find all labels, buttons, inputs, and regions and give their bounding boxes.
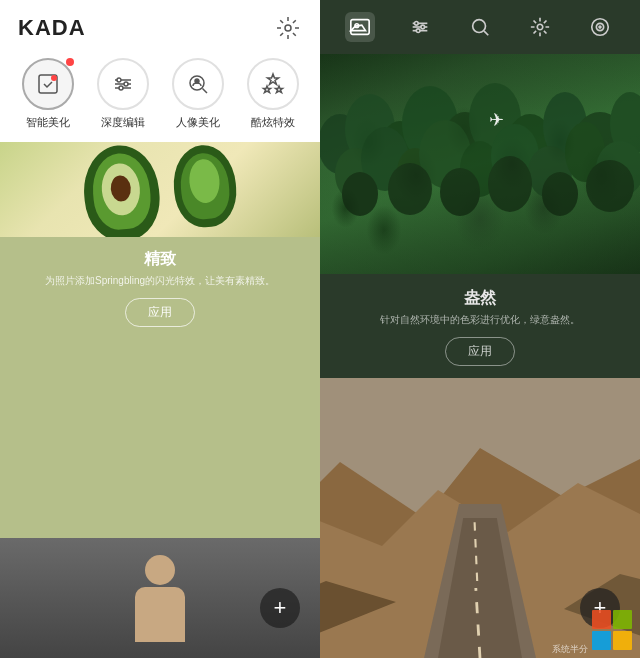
avocado-illustration (80, 142, 240, 237)
svg-point-0 (285, 25, 291, 31)
tools-row: 智能美化 深度编辑 (0, 52, 320, 142)
left-panel: KADA 智能美化 (0, 0, 320, 658)
svg-point-48 (488, 156, 532, 212)
svg-point-2 (51, 75, 57, 81)
airplane-icon: ✈ (489, 109, 504, 131)
svg-point-7 (124, 82, 128, 86)
app-logo: KADA (18, 15, 86, 41)
svg-point-22 (537, 24, 543, 30)
settings-icon[interactable] (274, 14, 302, 42)
person-figure (135, 555, 185, 642)
svg-point-25 (599, 26, 601, 28)
svg-point-47 (440, 168, 480, 216)
filter-title-angren: 盎然 (340, 288, 620, 309)
add-button-left[interactable]: + (260, 588, 300, 628)
filter-info-jingzhi: 精致 为照片添加Springbling的闪光特效，让美有素精致。 应用 (0, 237, 320, 337)
svg-point-17 (415, 22, 419, 26)
svg-point-45 (342, 172, 378, 216)
notification-dot (66, 58, 74, 66)
road-photo: + 系统半分 (320, 378, 640, 658)
filter-info-angren: 盎然 针对自然环境中的色彩进行优化，绿意盎然。 应用 (320, 274, 640, 378)
forest-svg (320, 54, 640, 274)
svg-line-21 (484, 31, 488, 35)
apply-button-angren[interactable]: 应用 (445, 337, 515, 366)
person-body (135, 587, 185, 642)
windows-yellow-square (613, 631, 632, 650)
target-icon[interactable] (585, 12, 615, 42)
windows-green-square (613, 610, 632, 629)
right-header (320, 0, 640, 54)
windows-red-square (592, 610, 611, 629)
deep-edit-icon-wrap (97, 58, 149, 110)
watermark-text: 系统半分 (552, 643, 588, 656)
svg-point-50 (586, 160, 634, 212)
svg-point-49 (542, 172, 578, 216)
avocado-half-open (80, 142, 163, 237)
windows-logo (592, 610, 632, 650)
filter-card-avocado: 精致 为照片添加Springbling的闪光特效，让美有素精致。 应用 (0, 142, 320, 538)
portrait-icon-wrap (172, 58, 224, 110)
svg-point-18 (421, 25, 425, 29)
svg-point-8 (119, 86, 123, 90)
left-header: KADA (0, 0, 320, 52)
smart-beautify-icon-wrap (22, 58, 74, 110)
svg-point-46 (388, 163, 432, 215)
smart-beautify-label: 智能美化 (26, 115, 70, 130)
photo-icon[interactable] (345, 12, 375, 42)
windows-blue-square (592, 631, 611, 650)
sparkle-icon[interactable] (525, 12, 555, 42)
avocado-half-closed (170, 142, 239, 229)
tool-deep-edit[interactable]: 深度编辑 (97, 58, 149, 130)
person-head (145, 555, 175, 585)
cool-effects-icon-wrap (247, 58, 299, 110)
svg-point-20 (473, 20, 486, 33)
apply-button-jingzhi[interactable]: 应用 (125, 298, 195, 327)
portrait-label: 人像美化 (176, 115, 220, 130)
tool-portrait[interactable]: 人像美化 (172, 58, 224, 130)
tool-smart-beautify[interactable]: 智能美化 (22, 58, 74, 130)
search-icon[interactable] (465, 12, 495, 42)
portrait-strip: + (0, 538, 320, 658)
svg-line-10 (202, 89, 207, 94)
svg-point-6 (117, 78, 121, 82)
tool-cool-effects[interactable]: 酷炫特效 (247, 58, 299, 130)
cool-effects-label: 酷炫特效 (251, 115, 295, 130)
svg-point-19 (416, 29, 420, 33)
deep-edit-label: 深度编辑 (101, 115, 145, 130)
filter-title-jingzhi: 精致 (20, 249, 300, 270)
filter-desc-jingzhi: 为照片添加Springbling的闪光特效，让美有素精致。 (20, 274, 300, 288)
avocado-image (0, 142, 320, 237)
forest-photo: ✈ (320, 54, 640, 274)
sliders-icon[interactable] (405, 12, 435, 42)
right-panel: ✈ 盎然 针对自然环境中的色彩进行优化，绿意盎然。 应用 + (320, 0, 640, 658)
filter-desc-angren: 针对自然环境中的色彩进行优化，绿意盎然。 (340, 313, 620, 327)
